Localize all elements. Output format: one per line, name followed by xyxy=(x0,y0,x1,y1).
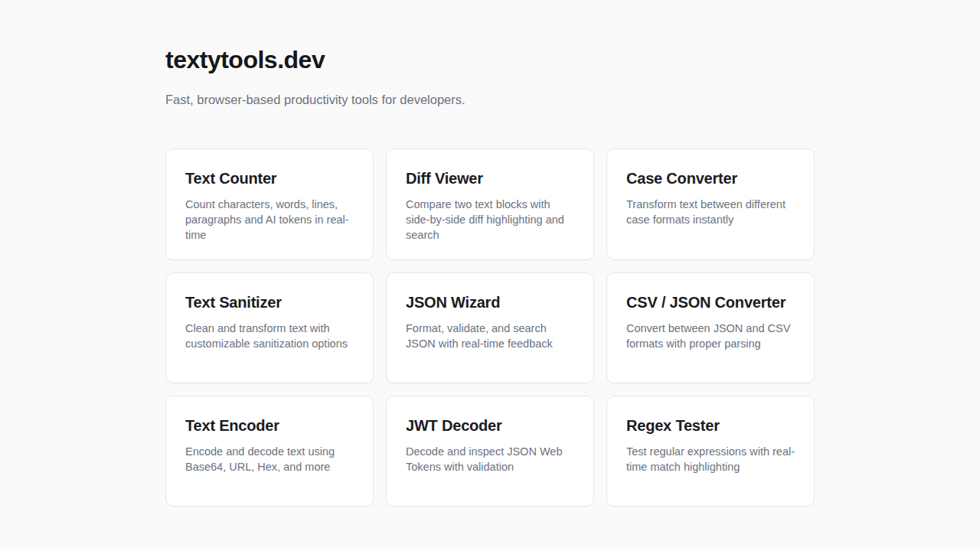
tool-card-csv-json-converter[interactable]: CSV / JSON Converter Convert between JSO… xyxy=(606,272,815,383)
tool-card-text-encoder[interactable]: Text Encoder Encode and decode text usin… xyxy=(165,396,374,507)
tool-card-description: Clean and transform text with customizab… xyxy=(185,321,354,351)
tool-card-title: Text Encoder xyxy=(185,416,354,435)
tool-card-json-wizard[interactable]: JSON Wizard Format, validate, and search… xyxy=(386,272,594,383)
site-subtitle: Fast, browser-based productivity tools f… xyxy=(165,90,815,109)
tool-card-title: JWT Decoder xyxy=(406,416,575,435)
tool-card-description: Encode and decode text using Base64, URL… xyxy=(185,444,354,474)
tool-card-title: JSON Wizard xyxy=(406,292,575,312)
tool-card-description: Test regular expressions with real-time … xyxy=(626,444,795,474)
site-title: textytools.dev xyxy=(165,44,815,75)
tool-card-description: Format, validate, and search JSON with r… xyxy=(406,321,575,351)
tool-card-diff-viewer[interactable]: Diff Viewer Compare two text blocks with… xyxy=(386,148,594,260)
tool-card-description: Count characters, words, lines, paragrap… xyxy=(185,197,354,243)
tool-card-text-counter[interactable]: Text Counter Count characters, words, li… xyxy=(165,148,374,260)
tool-card-title: CSV / JSON Converter xyxy=(626,292,795,312)
tool-card-title: Diff Viewer xyxy=(406,168,575,188)
page-container: textytools.dev Fast, browser-based produ… xyxy=(165,0,815,507)
tool-card-title: Text Sanitizer xyxy=(185,292,354,312)
tool-card-title: Case Converter xyxy=(626,168,795,188)
tool-card-title: Text Counter xyxy=(185,168,354,188)
tool-card-text-sanitizer[interactable]: Text Sanitizer Clean and transform text … xyxy=(165,272,374,383)
tool-card-description: Decode and inspect JSON Web Tokens with … xyxy=(406,444,575,474)
tool-card-description: Compare two text blocks with side-by-sid… xyxy=(406,197,575,243)
tool-card-description: Transform text between different case fo… xyxy=(626,197,795,227)
tool-grid: Text Counter Count characters, words, li… xyxy=(165,148,815,507)
tool-card-title: Regex Tester xyxy=(626,416,795,435)
tool-card-regex-tester[interactable]: Regex Tester Test regular expressions wi… xyxy=(606,396,815,507)
tool-card-jwt-decoder[interactable]: JWT Decoder Decode and inspect JSON Web … xyxy=(386,396,594,507)
tool-card-description: Convert between JSON and CSV formats wit… xyxy=(626,321,795,351)
tool-card-case-converter[interactable]: Case Converter Transform text between di… xyxy=(606,148,815,260)
